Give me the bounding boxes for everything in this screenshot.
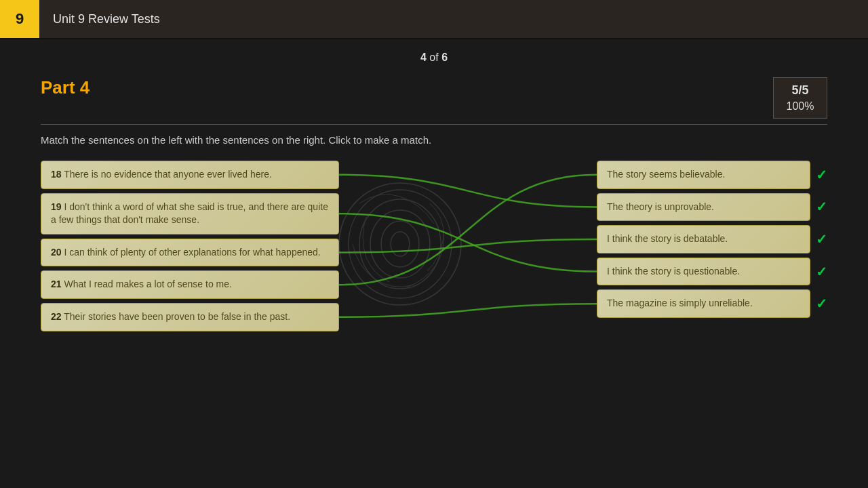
- unit-badge: 9: [0, 0, 39, 38]
- check-icon-2: ✓: [816, 199, 827, 215]
- right-card-3[interactable]: I think the story is debatable.: [597, 225, 810, 253]
- divider: [41, 124, 827, 125]
- top-bar: 9 Unit 9 Review Tests: [0, 0, 868, 39]
- progress-total: 6: [441, 52, 448, 63]
- check-icon-5: ✓: [816, 296, 827, 312]
- part-header: Part 4 5/5 100%: [41, 77, 827, 119]
- connector-lines: [339, 161, 624, 445]
- right-card-4[interactable]: I think the story is questionable.: [597, 258, 810, 286]
- score-percent: 100%: [786, 100, 814, 113]
- right-card-1[interactable]: The story seems believable.: [597, 161, 810, 189]
- left-card-1[interactable]: 18 There is no evidence that anyone ever…: [41, 161, 339, 189]
- score-fraction: 5/5: [786, 83, 814, 98]
- progress-of: of: [429, 52, 438, 63]
- left-card-5[interactable]: 22 Their stories have been proven to be …: [41, 303, 339, 331]
- left-card-3[interactable]: 20 I can think of plenty of other explan…: [41, 239, 339, 267]
- check-icon-1: ✓: [816, 167, 827, 183]
- unit-title: Unit 9 Review Tests: [39, 0, 160, 38]
- score-box: 5/5 100%: [773, 77, 827, 119]
- right-card-5[interactable]: The magazine is simply unreliable.: [597, 289, 810, 318]
- progress-indicator: 4 of 6: [0, 39, 868, 70]
- left-column: 18 There is no evidence that anyone ever…: [41, 161, 339, 331]
- left-card-2[interactable]: 19 I don't think a word of what she said…: [41, 193, 339, 235]
- right-card-2[interactable]: The theory is unprovable.: [597, 193, 810, 222]
- right-card-wrapper-3: I think the story is debatable.✓: [597, 225, 827, 253]
- check-icon-4: ✓: [816, 264, 827, 280]
- main-content: Part 4 5/5 100% Match the sentences on t…: [0, 70, 868, 331]
- right-card-wrapper-4: I think the story is questionable.✓: [597, 258, 827, 286]
- matching-area: 18 There is no evidence that anyone ever…: [41, 161, 827, 331]
- right-column: The story seems believable.✓The theory i…: [597, 161, 827, 318]
- progress-current: 4: [420, 52, 427, 63]
- part-title: Part 4: [41, 77, 90, 98]
- right-card-wrapper-5: The magazine is simply unreliable.✓: [597, 289, 827, 318]
- right-card-wrapper-2: The theory is unprovable.✓: [597, 193, 827, 222]
- check-icon-3: ✓: [816, 231, 827, 247]
- instructions: Match the sentences on the left with the…: [41, 134, 827, 146]
- right-card-wrapper-1: The story seems believable.✓: [597, 161, 827, 189]
- left-card-4[interactable]: 21 What I read makes a lot of sense to m…: [41, 270, 339, 299]
